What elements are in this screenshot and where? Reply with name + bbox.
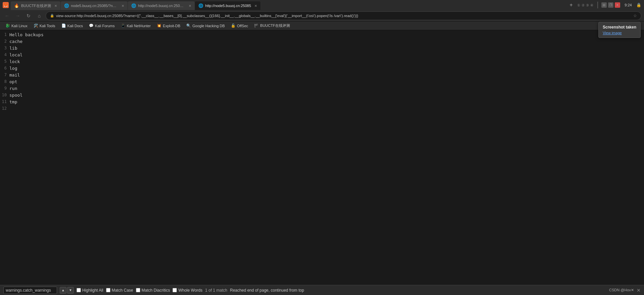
bookmark-kali-nethunter[interactable]: 📱Kali NetHunter <box>118 23 154 29</box>
bookmark-label-offsec: OffSec <box>237 24 248 28</box>
maximize-button[interactable]: ❐ <box>608 2 613 8</box>
reload-button[interactable]: ↻ <box>24 11 33 20</box>
highlight-all-label[interactable]: Highlight All <box>77 288 103 293</box>
line-number: 9 <box>0 85 9 92</box>
bookmark-kali-forums[interactable]: 💬Kali Forums <box>86 23 117 29</box>
line-content: log <box>9 65 17 72</box>
bookmark-label-exploit-db: Exploit-DB <box>163 24 180 28</box>
firefox-icon: 🦊 <box>3 2 9 8</box>
bookmark-buuctf[interactable]: 🏴BUUCTF在线评测 <box>251 22 293 29</box>
new-tab-button[interactable]: + <box>567 1 575 9</box>
find-input[interactable] <box>3 287 57 294</box>
line-number: 6 <box>0 65 9 72</box>
table-row: 4local <box>0 52 644 58</box>
tab-tab4[interactable]: 🌐http://node5.buuoj.cn:25085✕ <box>195 1 260 10</box>
line-number: 1 <box>0 32 9 38</box>
system-time: 9:24 <box>622 3 635 7</box>
table-row: 5lock <box>0 58 644 65</box>
line-content: mail <box>9 72 20 79</box>
line-content: local <box>9 52 22 58</box>
screenshot-view-link[interactable]: View image <box>603 31 636 35</box>
window-controls: ① ② ③ ④ ⊟ ❐ ✕ 9:24 🔒 <box>577 2 641 8</box>
match-count: 1 of 1 match <box>205 288 227 293</box>
table-row: 8opt <box>0 79 644 85</box>
line-content: Hello backups <box>9 32 44 38</box>
find-bar: ▲ ▼ Highlight All Match Case Match Diacr… <box>0 285 644 295</box>
table-row: 11tmp <box>0 99 644 105</box>
table-row: 3lib <box>0 45 644 52</box>
line-number: 10 <box>0 92 9 99</box>
lock-tray-icon: 🔒 <box>636 3 641 7</box>
match-diacritics-text: Match Diacritics <box>142 288 170 293</box>
table-row: 7mail <box>0 72 644 79</box>
bookmark-label-kali-docs: Kali Docs <box>67 24 83 28</box>
bookmark-star-button[interactable]: ☆ <box>633 13 637 18</box>
bookmark-kali-tools[interactable]: 🛠️Kali Tools <box>31 23 58 29</box>
line-content: opt <box>9 79 17 85</box>
bookmarks-bar: 🐉Kali Linux🛠️Kali Tools📄Kali Docs💬Kali F… <box>0 21 644 30</box>
line-number: 7 <box>0 72 9 79</box>
find-next-button[interactable]: ▼ <box>67 287 74 294</box>
tab-close-tab4[interactable]: ✕ <box>254 4 257 8</box>
bookmark-kali-linux[interactable]: 🐉Kali Linux <box>3 23 30 29</box>
tab-close-tab2[interactable]: ✕ <box>121 4 124 8</box>
line-content: lock <box>9 58 20 65</box>
minimize-button[interactable]: ⊟ <box>601 2 607 8</box>
match-case-label[interactable]: Match Case <box>106 288 133 293</box>
highlight-all-checkbox[interactable] <box>77 288 81 292</box>
bookmark-label-kali-forums: Kali Forums <box>95 24 115 28</box>
navbar: ← → ↻ ⌂ 🔒 view-source:http://node5.buuoj… <box>0 10 644 21</box>
tab-tab3[interactable]: 🌐http://node5.buuoj.cn:25085...✕ <box>128 1 195 10</box>
bookmark-label-kali-nethunter: Kali NetHunter <box>127 24 151 28</box>
find-close-button[interactable]: ✕ <box>637 288 641 293</box>
forward-button[interactable]: → <box>13 11 22 20</box>
line-number: 4 <box>0 52 9 58</box>
screenshot-title: Screenshot taken <box>603 25 636 30</box>
match-case-checkbox[interactable] <box>106 288 110 292</box>
tab-close-tab3[interactable]: ✕ <box>189 4 191 8</box>
line-number: 8 <box>0 79 9 85</box>
screenshot-popup: Screenshot taken View image <box>598 22 641 38</box>
address-text: view-source:http://node5.buuoj.cn:25085/… <box>56 14 631 18</box>
bookmark-label-kali-linux: Kali Linux <box>11 24 28 28</box>
find-status-message: Reached end of page, continued from top <box>230 288 304 293</box>
tab-tab1[interactable]: 🔥BUUCTF在线评测✕ <box>11 1 60 10</box>
lock-icon: 🔒 <box>50 14 54 17</box>
line-number: 3 <box>0 45 9 52</box>
find-previous-button[interactable]: ▲ <box>60 287 66 294</box>
whole-words-checkbox[interactable] <box>172 288 177 292</box>
find-navigation: ▲ ▼ <box>60 287 74 294</box>
bookmark-offsec[interactable]: 🔓OffSec <box>228 23 251 29</box>
back-button[interactable]: ← <box>3 11 11 20</box>
address-bar[interactable]: 🔒 view-source:http://node5.buuoj.cn:2508… <box>46 11 641 20</box>
table-row: 1Hello backups <box>0 32 644 38</box>
line-content: cache <box>9 38 22 45</box>
table-row: 6log <box>0 65 644 72</box>
bookmark-label-google-hacking: Google Hacking DB <box>192 24 225 28</box>
line-number: 5 <box>0 58 9 65</box>
whole-words-text: Whole Words <box>178 288 202 293</box>
line-content: run <box>9 85 17 92</box>
tab-tab2[interactable]: 🌐node5.buuoj.cn:25085/?nam...✕ <box>61 1 128 10</box>
table-row: 9run <box>0 85 644 92</box>
bookmark-kali-docs[interactable]: 📄Kali Docs <box>59 23 86 29</box>
table-row: 12 <box>0 105 644 112</box>
line-content: lib <box>9 45 17 52</box>
home-button[interactable]: ⌂ <box>35 11 44 20</box>
source-view: 1Hello backups2cache3lib4local5lock6log7… <box>0 30 644 285</box>
status-right-text: CSDN @Hov✕ <box>609 288 634 292</box>
tab-close-tab1[interactable]: ✕ <box>54 4 57 8</box>
line-content: spool <box>9 92 22 99</box>
whole-words-label[interactable]: Whole Words <box>172 288 202 293</box>
line-number: 11 <box>0 99 9 105</box>
match-diacritics-checkbox[interactable] <box>136 288 140 292</box>
match-diacritics-label[interactable]: Match Diacritics <box>136 288 170 293</box>
bookmark-exploit-db[interactable]: 💥Exploit-DB <box>154 23 183 29</box>
match-case-text: Match Case <box>112 288 133 293</box>
close-button[interactable]: ✕ <box>615 2 620 8</box>
line-number: 12 <box>0 105 9 112</box>
bookmark-label-kali-tools: Kali Tools <box>40 24 55 28</box>
table-row: 10spool <box>0 92 644 99</box>
highlight-all-text: Highlight All <box>82 288 103 293</box>
bookmark-google-hacking[interactable]: 🔍Google Hacking DB <box>184 23 228 29</box>
